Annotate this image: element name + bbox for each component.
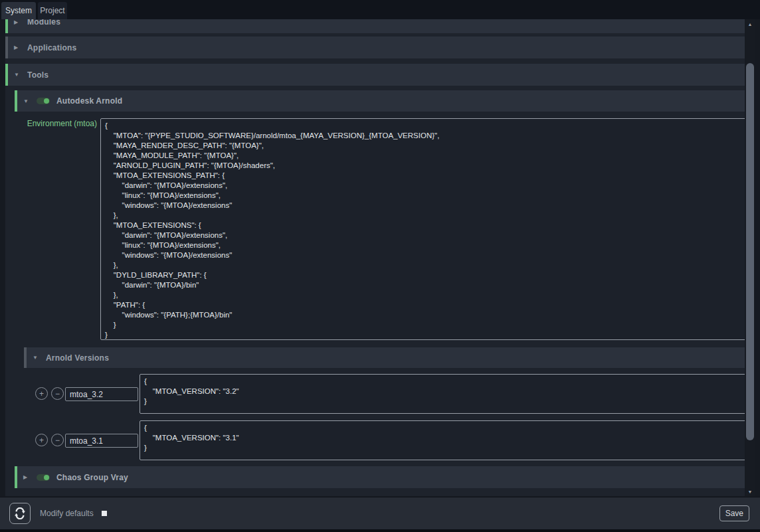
refresh-icon xyxy=(14,507,26,519)
tab-bar: System Project xyxy=(0,0,760,19)
vray-section-label: Chaos Group Vray xyxy=(56,473,128,482)
chevron-down-icon: ▼ xyxy=(14,72,21,78)
chevron-down-icon: ▼ xyxy=(23,98,30,104)
chevron-right-icon: ▶ xyxy=(14,44,21,50)
remove-version-button[interactable]: − xyxy=(51,434,64,446)
environment-mtoa-label: Environment (mtoa) xyxy=(5,119,97,128)
version-name-input[interactable] xyxy=(65,434,138,448)
add-version-button[interactable]: + xyxy=(35,434,48,446)
section-header-applications[interactable]: ▶ Applications xyxy=(5,37,745,58)
add-version-button[interactable]: + xyxy=(35,387,48,400)
save-button[interactable]: Save xyxy=(719,505,749,521)
vray-enable-toggle[interactable] xyxy=(37,474,50,481)
section-header-tools[interactable]: ▼ Tools xyxy=(5,64,745,86)
section-header-modules[interactable]: ▶ Modules xyxy=(5,19,745,33)
section-label: Applications xyxy=(27,43,76,52)
toggle-knob-icon xyxy=(44,475,49,480)
modify-defaults-label: Modify defaults xyxy=(40,509,94,518)
footer-toolbar: Modify defaults Save xyxy=(0,497,760,529)
tab-project[interactable]: Project xyxy=(38,2,67,19)
window-bottom-edge xyxy=(0,529,760,532)
scroll-down-button[interactable]: ▼ xyxy=(745,487,755,496)
settings-scroll-area: ▶ Modules ▶ Applications ▼ Tools ▼ Autod… xyxy=(5,19,745,496)
arnold-versions-header[interactable]: ▼ Arnold Versions xyxy=(24,347,745,368)
scroll-up-button[interactable]: ▲ xyxy=(745,19,755,29)
version-json-textarea[interactable]: { "MTOA_VERSION": "3.1" } xyxy=(140,420,745,460)
section-label: Modules xyxy=(27,19,60,27)
chevron-right-icon: ▶ xyxy=(14,19,21,25)
version-name-input[interactable] xyxy=(65,387,138,401)
vray-section-header[interactable]: ▶ Chaos Group Vray xyxy=(15,466,745,488)
chevron-down-icon: ▼ xyxy=(33,355,39,361)
arnold-versions-label: Arnold Versions xyxy=(46,353,109,363)
toggle-knob-icon xyxy=(44,98,49,104)
tab-system[interactable]: System xyxy=(1,2,36,19)
arnold-section-header[interactable]: ▼ Autodesk Arnold xyxy=(15,90,745,112)
version-json-textarea[interactable]: { "MTOA_VERSION": "3.2" } xyxy=(140,374,745,414)
refresh-button[interactable] xyxy=(9,503,31,524)
arnold-section-label: Autodesk Arnold xyxy=(56,96,122,106)
scrollbar-thumb[interactable] xyxy=(746,63,754,440)
section-label: Tools xyxy=(27,70,48,80)
arnold-enable-toggle[interactable] xyxy=(37,98,50,104)
remove-version-button[interactable]: − xyxy=(51,387,64,400)
vertical-scrollbar[interactable]: ▲ ▼ xyxy=(745,19,755,496)
environment-json-textarea[interactable]: { "MTOA": "{PYPE_STUDIO_SOFTWARE}/arnold… xyxy=(100,118,745,340)
chevron-right-icon: ▶ xyxy=(23,474,30,480)
modify-defaults-checkbox[interactable] xyxy=(102,511,107,516)
